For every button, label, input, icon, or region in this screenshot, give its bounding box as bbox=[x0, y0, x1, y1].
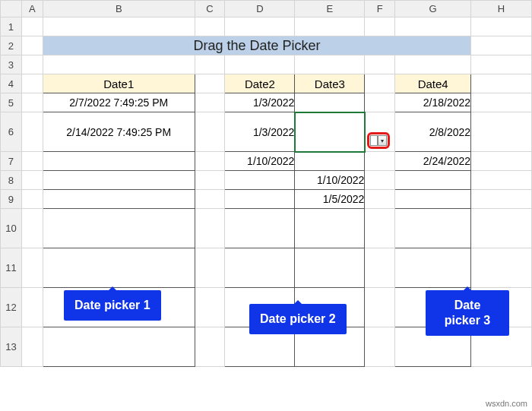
header-date1[interactable]: Date1 bbox=[43, 74, 195, 93]
cell[interactable] bbox=[471, 93, 532, 112]
cell[interactable] bbox=[471, 112, 532, 152]
cell[interactable] bbox=[365, 209, 395, 248]
cell-date1-r9[interactable] bbox=[43, 190, 195, 209]
date-picker-control[interactable]: ▾ bbox=[367, 132, 390, 149]
cell[interactable] bbox=[21, 171, 43, 190]
cell[interactable] bbox=[365, 327, 395, 367]
cell[interactable] bbox=[195, 327, 225, 367]
cell[interactable] bbox=[43, 55, 195, 74]
cell-date4-r10[interactable] bbox=[395, 209, 471, 248]
cell[interactable] bbox=[21, 93, 43, 112]
cell-date4-r7[interactable]: 2/24/2022 bbox=[395, 152, 471, 171]
cell-date3-r5[interactable] bbox=[295, 93, 365, 112]
cell[interactable] bbox=[21, 152, 43, 171]
cell[interactable] bbox=[365, 74, 395, 93]
cell[interactable] bbox=[471, 190, 532, 209]
cell[interactable] bbox=[365, 248, 395, 288]
cell[interactable] bbox=[21, 209, 43, 248]
row-header-5[interactable]: 5 bbox=[1, 93, 22, 112]
cell-date1-r8[interactable] bbox=[43, 171, 195, 190]
cell-date2-r8[interactable] bbox=[225, 171, 295, 190]
cell[interactable] bbox=[195, 74, 225, 93]
col-header-G[interactable]: G bbox=[395, 1, 471, 17]
cell[interactable] bbox=[471, 248, 532, 288]
cell[interactable] bbox=[365, 171, 395, 190]
cell-date2-r5[interactable]: 1/3/2022 bbox=[225, 93, 295, 112]
cell-date3-r11[interactable] bbox=[295, 248, 365, 288]
cell-date4-r6[interactable]: 2/8/2022 bbox=[395, 112, 471, 152]
cell[interactable] bbox=[295, 17, 365, 36]
row-header-11[interactable]: 11 bbox=[1, 248, 22, 288]
cell-date2-r6[interactable]: 1/3/2022 bbox=[225, 112, 295, 152]
col-header-F[interactable]: F bbox=[365, 1, 395, 17]
cell-date2-r10[interactable] bbox=[225, 209, 295, 248]
cell[interactable] bbox=[295, 55, 365, 74]
cell[interactable] bbox=[21, 327, 43, 367]
cell[interactable] bbox=[195, 171, 225, 190]
row-header-4[interactable]: 4 bbox=[1, 74, 22, 93]
header-date4[interactable]: Date4 bbox=[395, 74, 471, 93]
col-header-E[interactable]: E bbox=[295, 1, 365, 17]
cell[interactable] bbox=[395, 17, 471, 36]
cell[interactable] bbox=[471, 152, 532, 171]
col-header-D[interactable]: D bbox=[225, 1, 295, 17]
cell[interactable] bbox=[365, 17, 395, 36]
cell-date4-r5[interactable]: 2/18/2022 bbox=[395, 93, 471, 112]
row-header-7[interactable]: 7 bbox=[1, 152, 22, 171]
cell[interactable] bbox=[365, 93, 395, 112]
cell-date1-r5[interactable]: 2/7/2022 7:49:25 PM bbox=[43, 93, 195, 112]
header-date3[interactable]: Date3 bbox=[295, 74, 365, 93]
cell[interactable] bbox=[471, 209, 532, 248]
cell-date1-r11[interactable] bbox=[43, 248, 195, 288]
select-all-corner[interactable] bbox=[1, 1, 22, 17]
cell[interactable] bbox=[395, 55, 471, 74]
cell-date3-r6-active[interactable] bbox=[295, 112, 365, 152]
cell-date4-r11[interactable] bbox=[395, 248, 471, 288]
cell[interactable] bbox=[195, 112, 225, 152]
cell[interactable] bbox=[471, 17, 532, 36]
col-header-C[interactable]: C bbox=[195, 1, 225, 17]
cell[interactable] bbox=[21, 248, 43, 288]
cell[interactable] bbox=[195, 55, 225, 74]
col-header-H[interactable]: H bbox=[471, 1, 532, 17]
title-cell[interactable]: Drag the Date Picker bbox=[43, 36, 470, 55]
row-header-6[interactable]: 6 bbox=[1, 112, 22, 152]
row-header-1[interactable]: 1 bbox=[1, 17, 22, 36]
cell[interactable] bbox=[21, 74, 43, 93]
cell-date3-r9[interactable]: 1/5/2022 bbox=[295, 190, 365, 209]
row-header-3[interactable]: 3 bbox=[1, 55, 22, 74]
row-header-9[interactable]: 9 bbox=[1, 190, 22, 209]
cell-date2-r11[interactable] bbox=[225, 248, 295, 288]
cell-date1-r10[interactable] bbox=[43, 209, 195, 248]
row-header-2[interactable]: 2 bbox=[1, 36, 22, 55]
cell[interactable] bbox=[195, 152, 225, 171]
cell[interactable] bbox=[365, 288, 395, 327]
cell-date2-r7[interactable]: 1/10/2022 bbox=[225, 152, 295, 171]
cell-date4-r8[interactable] bbox=[395, 171, 471, 190]
header-date2[interactable]: Date2 bbox=[225, 74, 295, 93]
cell[interactable] bbox=[21, 17, 43, 36]
cell[interactable] bbox=[21, 190, 43, 209]
cell[interactable] bbox=[43, 17, 195, 36]
cell[interactable] bbox=[365, 55, 395, 74]
date-picker-field[interactable] bbox=[370, 135, 378, 146]
cell-date4-r9[interactable] bbox=[395, 190, 471, 209]
cell[interactable] bbox=[471, 55, 532, 74]
cell[interactable] bbox=[471, 36, 532, 55]
col-header-A[interactable]: A bbox=[21, 1, 43, 17]
cell[interactable] bbox=[195, 288, 225, 327]
row-header-13[interactable]: 13 bbox=[1, 327, 22, 367]
cell[interactable] bbox=[471, 171, 532, 190]
chevron-down-icon[interactable]: ▾ bbox=[378, 135, 387, 146]
cell[interactable] bbox=[21, 55, 43, 74]
cell-date1-r7[interactable] bbox=[43, 152, 195, 171]
cell[interactable] bbox=[225, 17, 295, 36]
cell[interactable] bbox=[195, 93, 225, 112]
cell[interactable] bbox=[365, 152, 395, 171]
row-header-12[interactable]: 12 bbox=[1, 288, 22, 327]
cell[interactable] bbox=[195, 248, 225, 288]
cell-date3-r7[interactable] bbox=[295, 152, 365, 171]
cell[interactable] bbox=[225, 55, 295, 74]
cell-date2-r9[interactable] bbox=[225, 190, 295, 209]
cell[interactable] bbox=[195, 190, 225, 209]
